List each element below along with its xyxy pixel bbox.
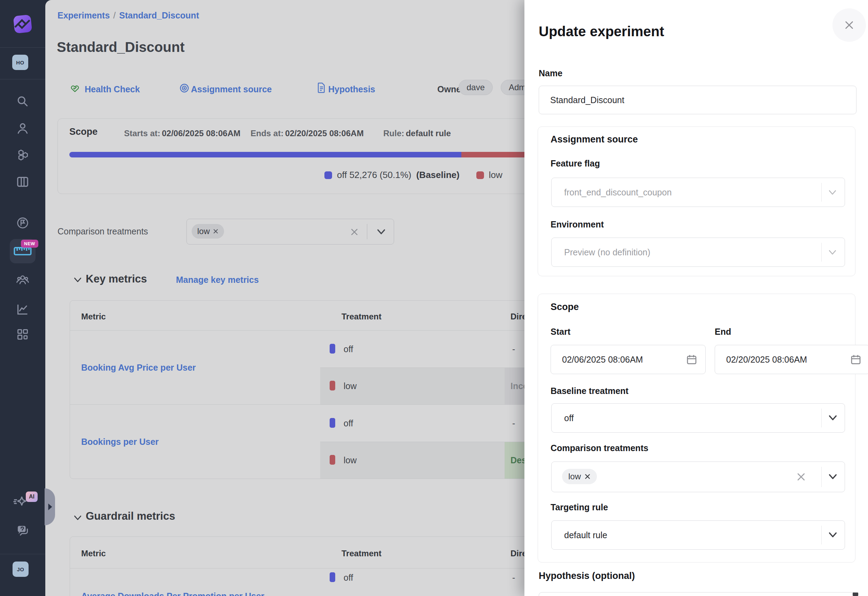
direction-value: - [512, 418, 515, 428]
line-chart-icon[interactable] [16, 303, 29, 316]
start-date-input[interactable]: 02/06/2025 08:06AM [551, 345, 706, 374]
comparison-treatments-label: Comparison treatments [58, 226, 148, 236]
app-logo[interactable] [13, 15, 32, 34]
chevron-down-icon [828, 189, 837, 196]
metric-link-average-downloads[interactable]: Average Downloads Per Promotion per User [81, 591, 264, 596]
split-legend: off 52,276 (50.1%) (Baseline) low [325, 170, 502, 180]
treatment-swatch-off [330, 572, 335, 582]
chevron-down-icon[interactable] [376, 228, 386, 236]
expand-arrow-icon [47, 503, 53, 510]
feature-flag-select[interactable]: front_end_discount_coupon [551, 178, 845, 207]
key-metrics-title: Key metrics [86, 273, 147, 285]
document-icon [316, 82, 326, 93]
treatment-swatch-low [330, 381, 335, 391]
treatment-chip-low[interactable]: low [192, 224, 224, 239]
environment-label: Environment [551, 220, 604, 230]
guardrail-collapse-icon[interactable] [73, 515, 82, 521]
targeting-rule-select[interactable]: default rule [551, 521, 845, 550]
hexagons-icon[interactable] [16, 148, 29, 162]
rule-label: Rule: [383, 128, 404, 138]
treatment-swatch-off [330, 344, 335, 354]
chip-remove-icon[interactable] [585, 474, 590, 479]
baseline-treatment-value: off [564, 413, 574, 423]
textarea-resize-grip[interactable] [853, 593, 858, 596]
sidebar-expand-handle[interactable] [44, 488, 55, 525]
workspace-avatar[interactable]: HO [12, 55, 28, 70]
col-header-treatment: Treatment [341, 549, 382, 558]
search-icon[interactable] [16, 95, 29, 108]
scope-card-title: Scope [69, 127, 97, 137]
health-check-icon [70, 83, 80, 93]
app-root: HO NEW [0, 0, 868, 596]
new-badge: NEW [21, 240, 38, 248]
user-icon[interactable] [16, 122, 29, 135]
treatment-name: low [344, 455, 357, 465]
chip-label: low [568, 472, 581, 481]
breadcrumb-experiments-link[interactable]: Experiments [58, 10, 110, 20]
end-date-input[interactable]: 02/20/2025 08:06AM [714, 345, 868, 374]
chevron-down-icon [828, 414, 838, 422]
targeting-rule-label: Targeting rule [551, 502, 608, 512]
columns-icon[interactable] [16, 175, 29, 189]
baseline-treatment-label: Baseline treatment [551, 386, 629, 396]
name-input[interactable]: Standard_Discount [539, 86, 856, 114]
starts-value: 02/06/2025 08:06AM [162, 128, 241, 138]
treatment-name: off [344, 418, 353, 428]
legend-swatch-low [476, 171, 484, 179]
environment-select[interactable]: Preview (no definition) [551, 238, 845, 267]
chevron-down-icon [828, 531, 838, 539]
comparison-treatments-select[interactable]: low [551, 462, 845, 492]
start-label: Start [551, 327, 570, 337]
page-title: Standard_Discount [57, 39, 185, 55]
scope-starts-at: Starts at: 02/06/2025 08:06AM [124, 128, 241, 138]
treatment-name: off [344, 573, 353, 583]
manage-key-metrics-link[interactable]: Manage key metrics [176, 275, 259, 285]
select-divider [367, 224, 367, 239]
name-input-value: Standard_Discount [550, 95, 624, 105]
legend-swatch-off [325, 171, 332, 179]
comparison-treatments-select[interactable]: low [186, 219, 394, 245]
legend-off-baseline: (Baseline) [416, 170, 459, 180]
legend-low-label: low [489, 170, 502, 180]
sidebar-divider [0, 47, 45, 48]
col-header-metric: Metric [81, 312, 106, 322]
calendar-icon[interactable] [850, 354, 862, 365]
hypothesis-link[interactable]: Hypothesis [328, 84, 375, 94]
comparison-treatments-label: Comparison treatments [551, 443, 648, 453]
ai-sparkle-icon[interactable] [13, 495, 27, 508]
end-date-value: 02/20/2025 08:06AM [726, 355, 807, 365]
user-avatar[interactable]: JO [13, 562, 29, 577]
health-check-link[interactable]: Health Check [85, 84, 140, 94]
metric-link-bookings-per-user[interactable]: Bookings per User [81, 437, 158, 447]
dashboard-grid-icon[interactable] [16, 328, 29, 341]
target-icon [179, 83, 190, 93]
people-group-icon[interactable] [16, 273, 29, 286]
hypothesis-textarea[interactable] [539, 592, 856, 596]
help-chat-icon[interactable] [16, 524, 29, 537]
chevron-down-icon [828, 249, 837, 256]
treatment-chip-low[interactable]: low [562, 469, 597, 484]
select-divider [821, 526, 822, 544]
baseline-treatment-select[interactable]: off [551, 403, 845, 433]
feature-flag-label: Feature flag [551, 158, 600, 168]
close-button[interactable] [833, 8, 866, 42]
calendar-icon[interactable] [686, 354, 698, 365]
direction-value: - [512, 344, 515, 354]
clear-selection-icon[interactable] [350, 227, 359, 236]
baseline-split-segment [69, 152, 461, 158]
starts-label: Starts at: [124, 128, 160, 138]
chip-remove-icon[interactable] [213, 229, 218, 234]
sidebar: HO NEW [0, 0, 45, 596]
sidebar-divider [0, 554, 45, 554]
treatment-name: off [344, 344, 353, 354]
key-metrics-collapse-icon[interactable] [73, 277, 82, 283]
metric-link-booking-avg-price[interactable]: Booking Avg Price per User [81, 363, 196, 373]
ends-value: 02/20/2025 08:06AM [285, 128, 364, 138]
direction-value: - [512, 573, 515, 583]
breadcrumb-current-link[interactable]: Standard_Discount [119, 10, 199, 20]
clear-selection-icon[interactable] [796, 472, 806, 482]
flag-circle-icon[interactable] [16, 216, 29, 230]
assignment-source-link[interactable]: Assignment source [191, 84, 272, 94]
rule-value: default rule [406, 128, 450, 138]
owner-pill-dave[interactable]: dave [459, 80, 493, 95]
